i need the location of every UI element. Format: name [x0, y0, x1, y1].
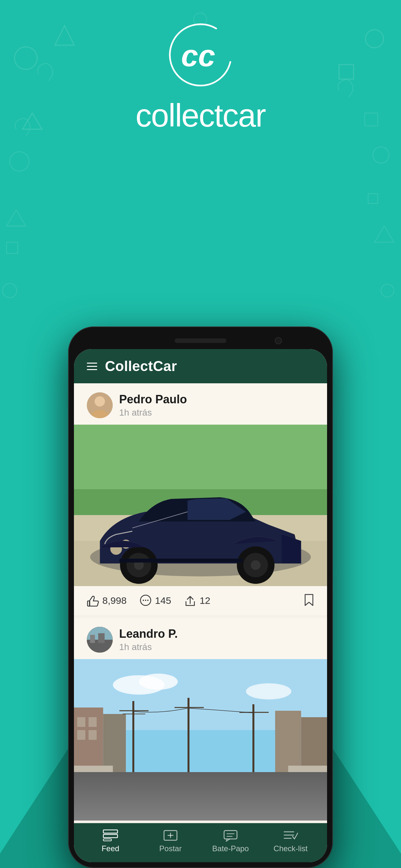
post-meta-1: Pedro Paulo 1h atrás	[119, 393, 187, 418]
svg-rect-69	[103, 775, 132, 792]
phone-camera	[275, 337, 282, 344]
post-username-1: Pedro Paulo	[119, 393, 187, 406]
nav-post-label: Postar	[159, 844, 181, 853]
post-time-1: 1h atrás	[119, 407, 187, 418]
svg-rect-80	[103, 834, 118, 838]
svg-rect-79	[103, 830, 118, 833]
share-button[interactable]: 12	[184, 594, 210, 607]
post-image-1	[74, 425, 327, 586]
svg-point-38	[147, 600, 149, 601]
hamburger-line-3	[87, 369, 97, 370]
svg-rect-68	[100, 782, 139, 801]
svg-rect-58	[132, 701, 134, 779]
svg-rect-66	[74, 788, 327, 820]
svg-marker-8	[6, 210, 26, 226]
post-icon	[163, 829, 178, 841]
svg-point-74	[186, 801, 196, 811]
svg-rect-61	[188, 698, 189, 779]
brand-area: cc collectcar	[0, 20, 401, 134]
svg-rect-54	[89, 730, 96, 740]
svg-point-7	[373, 147, 389, 163]
nav-chat[interactable]: Bate-Papo	[201, 829, 260, 853]
svg-rect-44	[98, 633, 104, 643]
comment-button[interactable]: 145	[140, 594, 171, 607]
svg-point-11	[3, 283, 17, 298]
like-button[interactable]: 8,998	[87, 594, 127, 607]
post-image-2	[74, 659, 327, 820]
svg-rect-77	[74, 766, 113, 775]
phone-shell: CollectCar	[68, 327, 333, 868]
post-username-2: Leandro P.	[119, 627, 178, 641]
menu-button[interactable]	[87, 363, 97, 370]
brand-logo: cc	[165, 20, 236, 90]
post-header-2: Leandro P. 1h atrás	[74, 618, 327, 659]
avatar-image-1	[87, 392, 113, 418]
hamburger-line-2	[87, 366, 97, 367]
post-meta-2: Leandro P. 1h atrás	[119, 627, 178, 652]
phone-speaker	[175, 338, 226, 343]
svg-rect-65	[74, 772, 327, 820]
bookmark-icon	[304, 594, 314, 606]
svg-point-49	[246, 683, 291, 700]
post-header-1: Pedro Paulo 1h atrás	[74, 383, 327, 425]
svg-rect-51	[77, 717, 85, 727]
app-header: CollectCar	[74, 349, 327, 383]
post-card-1: Pedro Paulo 1h atrás	[74, 383, 327, 615]
svg-rect-53	[77, 730, 85, 740]
svg-marker-12	[374, 226, 394, 242]
nav-feed-label: Feed	[102, 844, 120, 853]
svg-text:cc: cc	[181, 38, 215, 73]
svg-point-73	[183, 798, 199, 814]
share-icon	[184, 594, 196, 607]
share-count: 12	[199, 595, 210, 606]
svg-rect-71	[191, 774, 233, 792]
chat-icon	[223, 829, 238, 841]
svg-point-14	[381, 284, 394, 297]
svg-point-30	[251, 560, 260, 570]
bottom-nav: Feed Postar	[74, 823, 327, 862]
svg-point-75	[225, 798, 241, 814]
svg-point-18	[95, 396, 105, 407]
brand-name-text: collectcar	[135, 97, 266, 134]
svg-point-37	[145, 600, 146, 601]
svg-point-36	[143, 600, 144, 601]
svg-rect-52	[89, 717, 96, 727]
nav-post[interactable]: Postar	[141, 829, 201, 853]
post-actions-1: 8,998 145	[74, 586, 327, 615]
avatar-image-2	[87, 627, 113, 653]
nav-checklist[interactable]: Check-list	[260, 829, 320, 853]
svg-rect-63	[252, 704, 254, 779]
svg-rect-81	[103, 839, 112, 841]
svg-point-48	[139, 674, 178, 690]
svg-rect-43	[90, 635, 95, 643]
svg-rect-72	[196, 775, 228, 788]
feed-content: Pedro Paulo 1h atrás	[74, 383, 327, 823]
svg-rect-33	[120, 559, 243, 562]
svg-point-76	[228, 801, 238, 811]
post-card-2: Leandro P. 1h atrás	[74, 618, 327, 820]
phone-notch	[74, 332, 327, 349]
svg-rect-78	[288, 766, 327, 775]
nav-chat-label: Bate-Papo	[212, 844, 249, 853]
like-count: 8,998	[102, 595, 127, 606]
comment-count: 145	[155, 595, 171, 606]
svg-rect-67	[74, 795, 327, 797]
avatar-leandro	[87, 627, 113, 653]
avatar-pedro	[87, 392, 113, 418]
svg-rect-70	[181, 782, 240, 804]
nav-checklist-label: Check-list	[274, 844, 307, 853]
comment-icon	[140, 594, 152, 607]
svg-point-5	[10, 152, 29, 171]
phone-screen: CollectCar	[74, 349, 327, 862]
svg-rect-9	[6, 242, 18, 253]
app-title: CollectCar	[105, 358, 177, 374]
svg-rect-85	[224, 831, 237, 839]
svg-rect-34	[88, 601, 90, 606]
post-time-2: 1h atrás	[119, 642, 178, 652]
nav-feed[interactable]: Feed	[81, 829, 141, 853]
checklist-icon	[283, 829, 298, 841]
street-scene-bg	[74, 659, 327, 820]
feed-icon	[103, 829, 118, 841]
like-icon	[87, 594, 99, 607]
bookmark-button[interactable]	[304, 594, 314, 608]
